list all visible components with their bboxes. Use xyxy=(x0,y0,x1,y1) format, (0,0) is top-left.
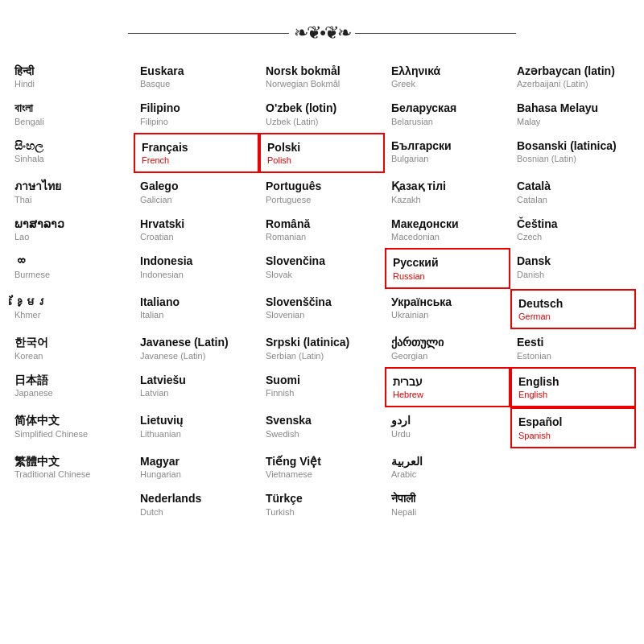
language-item[interactable]: DeutschGerman xyxy=(510,289,636,329)
language-item[interactable]: Srpski (latinica)Serbian (Latin) xyxy=(259,329,385,366)
language-item[interactable]: ພາສາລາວLao xyxy=(8,211,134,248)
language-item[interactable]: DanskDanish xyxy=(510,248,636,288)
language-item[interactable]: МакедонскиMacedonian xyxy=(385,211,510,248)
language-item[interactable]: Bosanski (latinica)Bosnian (Latin) xyxy=(510,133,636,173)
language-item[interactable]: 한국어Korean xyxy=(8,329,134,366)
language-item[interactable]: हिन्दीHindi xyxy=(8,58,134,95)
language-english-name: Polish xyxy=(267,155,375,166)
language-english-name: Hebrew xyxy=(393,389,501,400)
language-item[interactable]: GalegoGalician xyxy=(134,173,259,210)
language-native-name: Українська xyxy=(391,295,502,309)
language-native-name: Eesti xyxy=(517,335,628,349)
language-item[interactable]: IndonesiaIndonesian xyxy=(134,248,259,288)
language-item[interactable]: ItalianoItalian xyxy=(134,289,259,329)
language-english-name: Bosnian (Latin) xyxy=(517,153,628,164)
empty-cell xyxy=(8,485,134,522)
language-native-name: Hrvatski xyxy=(140,217,251,231)
language-item[interactable]: PolskiPolish xyxy=(259,133,385,173)
language-english-name: Arabic xyxy=(391,469,502,480)
language-english-name: Hungarian xyxy=(140,469,251,480)
language-native-name: Euskara xyxy=(140,64,251,78)
language-item[interactable]: LatviešuLatvian xyxy=(134,367,259,407)
language-item[interactable]: Javanese (Latin)Javanese (Latin) xyxy=(134,329,259,366)
language-item[interactable]: SlovenščinaSlovenian xyxy=(259,289,385,329)
language-item[interactable]: Қазақ тіліKazakh xyxy=(385,173,510,210)
language-native-name: ภาษาไทย xyxy=(14,179,126,193)
language-english-name: Belarusian xyxy=(391,116,502,127)
language-item[interactable]: PortuguêsPortuguese xyxy=(259,173,385,210)
language-item[interactable]: SlovenčinaSlovak xyxy=(259,248,385,288)
language-english-name: Macedonian xyxy=(391,231,502,242)
language-native-name: Slovenščina xyxy=(266,295,377,309)
language-english-name: Azerbaijani (Latin) xyxy=(517,78,628,89)
language-item[interactable]: ČeštinaCzech xyxy=(510,211,636,248)
language-english-name: Burmese xyxy=(14,269,126,280)
language-item[interactable]: EspañolSpanish xyxy=(510,407,636,448)
language-item[interactable]: 日本語Japanese xyxy=(8,367,134,407)
language-item[interactable]: MagyarHungarian xyxy=(134,448,259,485)
language-item[interactable]: සිංහලSinhala xyxy=(8,133,134,173)
language-item[interactable]: FilipinoFilipino xyxy=(134,95,259,132)
language-item[interactable]: 简体中文Simplified Chinese xyxy=(8,407,134,448)
language-english-name: Korean xyxy=(14,350,126,361)
language-item[interactable]: ქართულიGeorgian xyxy=(385,329,510,366)
language-item[interactable]: EestiEstonian xyxy=(510,329,636,366)
language-english-name: Dutch xyxy=(140,506,251,518)
language-item[interactable]: اردوUrdu xyxy=(385,407,510,448)
language-native-name: 繁體中文 xyxy=(14,454,126,469)
language-native-name: English xyxy=(518,374,626,389)
language-english-name: Swedish xyxy=(266,428,377,440)
language-native-name: Dansk xyxy=(517,254,628,268)
language-item[interactable]: ខ្មែរKhmer xyxy=(8,289,134,329)
language-english-name: Urdu xyxy=(391,428,502,440)
language-item[interactable]: РусскийRussian xyxy=(385,248,510,288)
language-item[interactable]: БеларускаяBelarusian xyxy=(385,95,510,132)
language-native-name: Magyar xyxy=(140,454,251,469)
language-item[interactable]: ΕλληνικάGreek xyxy=(385,58,510,95)
language-native-name: Suomi xyxy=(266,373,377,387)
language-item[interactable]: FrançaisFrench xyxy=(134,133,259,173)
language-item[interactable]: NederlandsDutch xyxy=(134,485,259,522)
language-item[interactable]: Azərbaycan (latin)Azerbaijani (Latin) xyxy=(510,58,636,95)
language-english-name: Uzbek (Latin) xyxy=(266,116,377,127)
empty-cell xyxy=(510,448,636,485)
language-item[interactable]: УкраїнськаUkrainian xyxy=(385,289,510,329)
language-item[interactable]: العربيةArabic xyxy=(385,448,510,485)
language-english-name: Vietnamese xyxy=(266,469,377,480)
language-item[interactable]: SuomiFinnish xyxy=(259,367,385,407)
language-item[interactable]: TürkçeTurkish xyxy=(259,485,385,522)
language-native-name: العربية xyxy=(391,454,502,469)
language-item[interactable]: नेपालीNepali xyxy=(385,485,510,522)
language-english-name: Khmer xyxy=(14,309,126,320)
language-native-name: ထ xyxy=(14,254,126,268)
empty-cell xyxy=(510,485,636,522)
language-item[interactable]: EuskaraBasque xyxy=(134,58,259,95)
language-item[interactable]: ထBurmese xyxy=(8,248,134,288)
language-item[interactable]: RomânăRomanian xyxy=(259,211,385,248)
language-english-name: Bengali xyxy=(14,116,126,127)
language-item[interactable]: HrvatskiCroatian xyxy=(134,211,259,248)
language-item[interactable]: Bahasa MelayuMalay xyxy=(510,95,636,132)
language-item[interactable]: ภาษาไทยThai xyxy=(8,173,134,210)
language-item[interactable]: EnglishEnglish xyxy=(510,367,636,407)
language-english-name: Nepali xyxy=(391,506,502,518)
language-item[interactable]: עבריתHebrew xyxy=(385,367,510,407)
language-item[interactable]: БългарскиBulgarian xyxy=(385,133,510,173)
language-item[interactable]: O'zbek (lotin)Uzbek (Latin) xyxy=(259,95,385,132)
language-native-name: Ελληνικά xyxy=(391,64,502,78)
language-native-name: Português xyxy=(266,179,377,193)
language-item[interactable]: SvenskaSwedish xyxy=(259,407,385,448)
language-item[interactable]: Norsk bokmålNorwegian Bokmål xyxy=(259,58,385,95)
language-item[interactable]: Tiếng ViệtVietnamese xyxy=(259,448,385,485)
language-english-name: Latvian xyxy=(140,387,251,398)
language-english-name: Slovenian xyxy=(266,309,377,320)
language-item[interactable]: CatalàCatalan xyxy=(510,173,636,210)
language-item[interactable]: বাংলাBengali xyxy=(8,95,134,132)
language-native-name: Català xyxy=(517,179,628,193)
language-native-name: Galego xyxy=(140,179,251,193)
language-item[interactable]: 繁體中文Traditional Chinese xyxy=(8,448,134,485)
language-english-name: Sinhala xyxy=(14,153,126,164)
language-english-name: Simplified Chinese xyxy=(14,428,126,440)
language-english-name: English xyxy=(518,389,626,400)
language-item[interactable]: LietuviųLithuanian xyxy=(134,407,259,448)
